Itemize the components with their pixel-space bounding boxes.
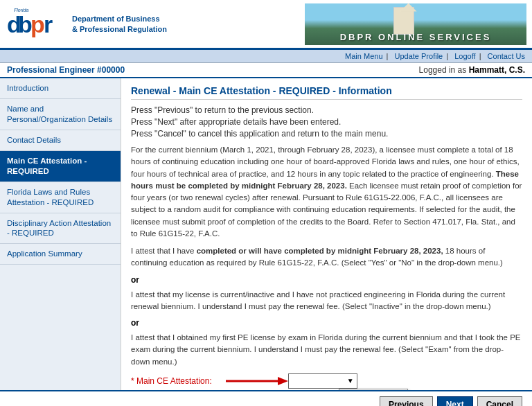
sidebar-item-main-ce[interactable]: Main CE Attestation - REQUIRED <box>0 151 121 182</box>
header-image: DBPR ONLINE SERVICES <box>305 3 526 45</box>
online-services-text: DBPR ONLINE SERVICES <box>340 32 492 45</box>
license-number: Professional Engineer #00000 <box>7 65 125 75</box>
main-menu-link[interactable]: Main Menu <box>345 52 382 60</box>
contact-us-link[interactable]: Contact Us <box>488 52 525 60</box>
sidebar: Introduction Name and Personal/Organizat… <box>0 78 121 390</box>
svg-text:r: r <box>44 11 53 37</box>
svg-marker-6 <box>278 377 288 385</box>
attestation-row: * Main CE Attestation: ▼ <box>131 373 522 389</box>
logoff-link[interactable]: Logoff <box>454 52 475 60</box>
arrow-icon <box>226 374 288 388</box>
sidebar-item-name-personal[interactable]: Name and Personal/Organization Details <box>0 99 121 130</box>
cancel-button[interactable]: Cancel <box>477 396 522 406</box>
main-layout: Introduction Name and Personal/Organizat… <box>0 78 532 390</box>
or-label-1: or <box>131 275 522 285</box>
logo-area: Florida d b p r Department of Business &… <box>6 5 167 43</box>
dept-text: Department of Business & Professional Re… <box>72 14 167 34</box>
next-button[interactable]: Next <box>437 396 473 406</box>
svg-text:p: p <box>30 11 45 37</box>
attest-paragraph-3: I attest that I obtained my first PE lic… <box>131 332 522 368</box>
or-label-2: or <box>131 318 522 328</box>
attest-paragraph-2: I attest that my license is current/inac… <box>131 289 522 313</box>
sidebar-item-disciplinary[interactable]: Disciplinary Action Attestation - REQUIR… <box>0 213 121 245</box>
update-profile-link[interactable]: Update Profile <box>395 52 443 60</box>
sidebar-item-introduction[interactable]: Introduction <box>0 78 121 99</box>
attest1-bold: completed or will have completed by midn… <box>197 247 443 255</box>
main-ce-attestation-dropdown[interactable]: ▼ <box>288 373 357 389</box>
attestation-section: * Main CE Attestation: ▼ Yes No <box>131 373 522 389</box>
sidebar-item-florida-laws[interactable]: Florida Laws and Rules Attestation - REQ… <box>0 182 121 213</box>
attestation-label: * Main CE Attestation: <box>131 376 212 386</box>
paragraph-1: For the current biennium (March 1, 2021,… <box>131 144 522 240</box>
dropdown-menu: Yes No Inactive Exam <box>339 389 408 390</box>
bottom-bar: Previous Next Cancel <box>0 390 532 406</box>
content-title: Renewal - Main CE Attestation - REQUIRED… <box>131 85 522 100</box>
content-area: Renewal - Main CE Attestation - REQUIRED… <box>121 78 532 390</box>
arrow-container <box>226 374 288 388</box>
sidebar-item-app-summary[interactable]: Application Summary <box>0 244 121 265</box>
attest-paragraph-1: I attest that I have completed or will h… <box>131 245 522 270</box>
instruction-2: Press "Next" after appropriate details h… <box>131 117 522 127</box>
previous-button[interactable]: Previous <box>380 396 433 406</box>
instruction-3: Press "Cancel" to cancel this applicatio… <box>131 129 522 139</box>
chevron-down-icon: ▼ <box>347 377 354 385</box>
top-nav: Main Menu | Update Profile | Logoff | Co… <box>0 50 532 63</box>
sidebar-item-contact[interactable]: Contact Details <box>0 130 121 151</box>
dropdown-option-yes[interactable]: Yes <box>339 389 407 390</box>
instruction-1: Press "Previous" to return to the previo… <box>131 105 522 115</box>
logged-in-user: Logged in as Hammatt, C.S. <box>419 65 525 75</box>
dbpr-logo: Florida d b p r <box>6 5 68 43</box>
page-header: Florida d b p r Department of Business &… <box>0 0 532 50</box>
profile-bar: Professional Engineer #00000 Logged in a… <box>0 63 532 78</box>
